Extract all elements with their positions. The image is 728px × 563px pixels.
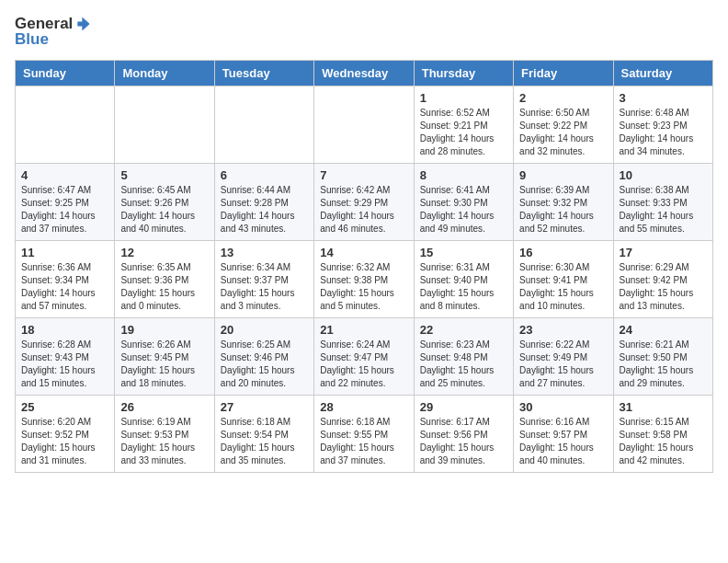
day-number: 10 (620, 168, 707, 182)
day-number: 22 (420, 323, 507, 337)
day-info: Sunrise: 6:25 AM Sunset: 9:46 PM Dayligh… (221, 339, 308, 390)
day-info: Sunrise: 6:29 AM Sunset: 9:42 PM Dayligh… (620, 261, 707, 313)
day-number: 20 (221, 323, 308, 337)
day-of-week-header: Thursday (414, 60, 513, 86)
day-number: 24 (620, 323, 707, 337)
day-info: Sunrise: 6:42 AM Sunset: 9:29 PM Dayligh… (320, 184, 407, 236)
day-info: Sunrise: 6:44 AM Sunset: 9:28 PM Dayligh… (221, 184, 308, 236)
calendar-cell: 14Sunrise: 6:32 AM Sunset: 9:38 PM Dayli… (314, 240, 414, 317)
calendar-cell: 19Sunrise: 6:26 AM Sunset: 9:45 PM Dayli… (115, 317, 214, 395)
day-number: 25 (21, 400, 108, 414)
day-info: Sunrise: 6:31 AM Sunset: 9:40 PM Dayligh… (420, 261, 507, 313)
calendar-cell: 16Sunrise: 6:30 AM Sunset: 9:41 PM Dayli… (514, 240, 613, 317)
calendar-cell (16, 86, 115, 163)
calendar-table: SundayMondayTuesdayWednesdayThursdayFrid… (15, 60, 713, 473)
calendar-cell: 17Sunrise: 6:29 AM Sunset: 9:42 PM Dayli… (613, 240, 712, 317)
calendar-cell: 31Sunrise: 6:15 AM Sunset: 9:58 PM Dayli… (613, 395, 712, 472)
day-info: Sunrise: 6:28 AM Sunset: 9:43 PM Dayligh… (21, 339, 108, 390)
day-number: 5 (120, 168, 208, 182)
calendar-cell: 10Sunrise: 6:38 AM Sunset: 9:33 PM Dayli… (613, 163, 712, 240)
day-info: Sunrise: 6:24 AM Sunset: 9:47 PM Dayligh… (320, 339, 407, 390)
day-number: 11 (21, 246, 108, 259)
calendar-week-row: 18Sunrise: 6:28 AM Sunset: 9:43 PM Dayli… (16, 317, 713, 395)
day-info: Sunrise: 6:20 AM Sunset: 9:52 PM Dayligh… (21, 416, 108, 467)
day-of-week-header: Sunday (16, 60, 115, 86)
day-number: 29 (420, 400, 507, 414)
calendar-cell: 11Sunrise: 6:36 AM Sunset: 9:34 PM Dayli… (16, 240, 115, 317)
calendar-cell (214, 86, 313, 163)
day-info: Sunrise: 6:48 AM Sunset: 9:23 PM Dayligh… (620, 107, 707, 158)
day-info: Sunrise: 6:50 AM Sunset: 9:22 PM Dayligh… (519, 107, 607, 158)
day-info: Sunrise: 6:32 AM Sunset: 9:38 PM Dayligh… (320, 261, 407, 313)
day-info: Sunrise: 6:19 AM Sunset: 9:53 PM Dayligh… (120, 416, 208, 467)
day-info: Sunrise: 6:34 AM Sunset: 9:37 PM Dayligh… (221, 261, 308, 313)
day-number: 23 (519, 323, 607, 337)
day-number: 16 (519, 246, 607, 259)
day-info: Sunrise: 6:15 AM Sunset: 9:58 PM Dayligh… (620, 416, 707, 467)
day-number: 30 (519, 400, 607, 414)
day-number: 15 (420, 246, 507, 259)
day-number: 3 (620, 91, 707, 105)
calendar-cell: 25Sunrise: 6:20 AM Sunset: 9:52 PM Dayli… (16, 395, 115, 472)
day-info: Sunrise: 6:22 AM Sunset: 9:49 PM Dayligh… (519, 339, 607, 390)
calendar-cell: 13Sunrise: 6:34 AM Sunset: 9:37 PM Dayli… (214, 240, 313, 317)
calendar-cell: 5Sunrise: 6:45 AM Sunset: 9:26 PM Daylig… (115, 163, 214, 240)
calendar-week-row: 11Sunrise: 6:36 AM Sunset: 9:34 PM Dayli… (16, 240, 713, 317)
calendar-cell (115, 86, 214, 163)
day-number: 17 (620, 246, 707, 259)
day-info: Sunrise: 6:18 AM Sunset: 9:54 PM Dayligh… (221, 416, 308, 467)
day-number: 1 (420, 91, 507, 105)
calendar-cell: 12Sunrise: 6:35 AM Sunset: 9:36 PM Dayli… (115, 240, 214, 317)
day-info: Sunrise: 6:30 AM Sunset: 9:41 PM Dayligh… (519, 261, 607, 313)
day-number: 18 (21, 323, 108, 337)
day-number: 7 (320, 168, 407, 182)
calendar-cell: 9Sunrise: 6:39 AM Sunset: 9:32 PM Daylig… (514, 163, 613, 240)
day-info: Sunrise: 6:52 AM Sunset: 9:21 PM Dayligh… (420, 107, 507, 158)
day-info: Sunrise: 6:47 AM Sunset: 9:25 PM Dayligh… (21, 184, 108, 236)
day-number: 9 (519, 168, 607, 182)
calendar-cell: 24Sunrise: 6:21 AM Sunset: 9:50 PM Dayli… (613, 317, 712, 395)
calendar-week-row: 1Sunrise: 6:52 AM Sunset: 9:21 PM Daylig… (16, 86, 713, 163)
day-info: Sunrise: 6:16 AM Sunset: 9:57 PM Dayligh… (519, 416, 607, 467)
day-number: 27 (221, 400, 308, 414)
day-number: 26 (120, 400, 208, 414)
day-of-week-header: Tuesday (214, 60, 313, 86)
day-info: Sunrise: 6:36 AM Sunset: 9:34 PM Dayligh… (21, 261, 108, 313)
day-of-week-header: Friday (514, 60, 613, 86)
day-info: Sunrise: 6:17 AM Sunset: 9:56 PM Dayligh… (420, 416, 507, 467)
day-info: Sunrise: 6:21 AM Sunset: 9:50 PM Dayligh… (620, 339, 707, 390)
day-info: Sunrise: 6:18 AM Sunset: 9:55 PM Dayligh… (320, 416, 407, 467)
day-number: 13 (221, 246, 308, 259)
day-number: 14 (320, 246, 407, 259)
day-info: Sunrise: 6:39 AM Sunset: 9:32 PM Dayligh… (519, 184, 607, 236)
day-of-week-header: Monday (115, 60, 214, 86)
day-info: Sunrise: 6:38 AM Sunset: 9:33 PM Dayligh… (620, 184, 707, 236)
day-number: 2 (519, 91, 607, 105)
day-of-week-header: Wednesday (314, 60, 414, 86)
calendar-cell: 21Sunrise: 6:24 AM Sunset: 9:47 PM Dayli… (314, 317, 414, 395)
calendar-cell: 28Sunrise: 6:18 AM Sunset: 9:55 PM Dayli… (314, 395, 414, 472)
calendar-cell: 8Sunrise: 6:41 AM Sunset: 9:30 PM Daylig… (414, 163, 513, 240)
calendar-cell: 27Sunrise: 6:18 AM Sunset: 9:54 PM Dayli… (214, 395, 313, 472)
calendar-cell: 1Sunrise: 6:52 AM Sunset: 9:21 PM Daylig… (414, 86, 513, 163)
calendar-cell: 6Sunrise: 6:44 AM Sunset: 9:28 PM Daylig… (214, 163, 313, 240)
calendar-cell: 22Sunrise: 6:23 AM Sunset: 9:48 PM Dayli… (414, 317, 513, 395)
calendar-cell (314, 86, 414, 163)
logo-blue-text: Blue (15, 31, 49, 49)
day-number: 21 (320, 323, 407, 337)
day-number: 4 (21, 168, 108, 182)
day-info: Sunrise: 6:26 AM Sunset: 9:45 PM Dayligh… (120, 339, 208, 390)
calendar-week-row: 25Sunrise: 6:20 AM Sunset: 9:52 PM Dayli… (16, 395, 713, 472)
logo: General Blue (15, 15, 93, 49)
calendar-cell: 2Sunrise: 6:50 AM Sunset: 9:22 PM Daylig… (514, 86, 613, 163)
calendar-cell: 4Sunrise: 6:47 AM Sunset: 9:25 PM Daylig… (16, 163, 115, 240)
day-info: Sunrise: 6:35 AM Sunset: 9:36 PM Dayligh… (120, 261, 208, 313)
calendar-cell: 15Sunrise: 6:31 AM Sunset: 9:40 PM Dayli… (414, 240, 513, 317)
calendar-cell: 7Sunrise: 6:42 AM Sunset: 9:29 PM Daylig… (314, 163, 414, 240)
calendar-header-row: SundayMondayTuesdayWednesdayThursdayFrid… (16, 60, 713, 86)
calendar-cell: 23Sunrise: 6:22 AM Sunset: 9:49 PM Dayli… (514, 317, 613, 395)
day-info: Sunrise: 6:41 AM Sunset: 9:30 PM Dayligh… (420, 184, 507, 236)
day-number: 12 (120, 246, 208, 259)
day-of-week-header: Saturday (613, 60, 712, 86)
day-number: 28 (320, 400, 407, 414)
